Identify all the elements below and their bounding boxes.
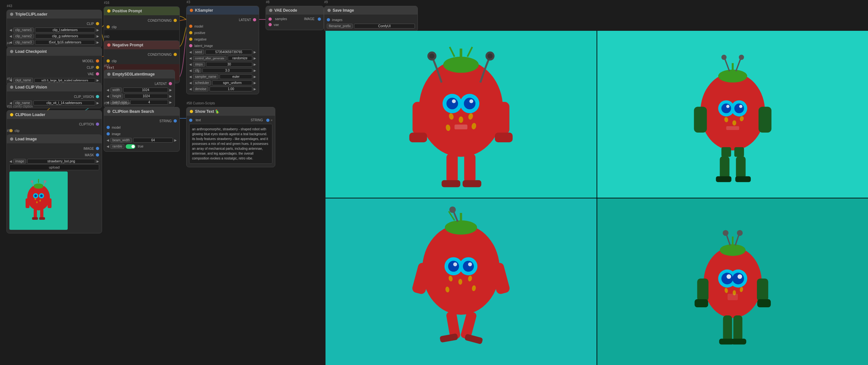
field-value-clip2[interactable]: clip_g.safetensors [35, 34, 95, 38]
arrow-left-width[interactable]: ◀ [106, 88, 109, 92]
port-clip-input-neg[interactable] [106, 59, 110, 62]
port-label-latent-out-k: LATENT [239, 18, 251, 22]
field-value-image[interactable]: strawberry_bot.png [27, 159, 95, 164]
field-value-scheduler[interactable]: sgm_uniform [212, 80, 252, 85]
port-clip-output[interactable] [96, 22, 99, 25]
port-label-image-out-vae: IMAGE [304, 17, 314, 21]
port-clip-output2[interactable] [96, 66, 99, 69]
arrow-sampler[interactable]: ◀ [189, 75, 192, 79]
arrow-left-clip1[interactable]: ◀ [9, 28, 12, 32]
arrow-denoise[interactable]: ◀ [189, 87, 192, 91]
field-value-steps[interactable]: 30 [206, 62, 252, 67]
arrow-sampler-r[interactable]: ▶ [254, 75, 256, 79]
arrow-cfg[interactable]: ◀ [189, 69, 192, 72]
port-text-input-show[interactable] [189, 119, 192, 122]
port-latent-output[interactable] [169, 82, 172, 85]
svg-point-58 [734, 104, 744, 113]
port-image-output[interactable] [96, 147, 99, 150]
arrow-right-ckpt[interactable]: ▶ [96, 79, 99, 82]
arrow-seed[interactable]: ◀ [189, 50, 192, 54]
arrow-left-clip2[interactable]: ◀ [9, 34, 12, 38]
arrow-right-beam[interactable]: ▶ [174, 138, 177, 142]
port-label-vae-in: vae [274, 23, 279, 27]
port-model-input-beam[interactable] [106, 126, 110, 129]
node-header-negative: Negative Prompt [104, 41, 180, 49]
node-body-show-text: text STRING ≡ an anthropomorphic, strawb… [187, 116, 275, 167]
arrow-right-clip3[interactable]: ▶ [96, 40, 99, 44]
arrow-right-clip-vit[interactable]: ▶ [96, 101, 99, 105]
arrow-cfg-r[interactable]: ▶ [254, 69, 256, 72]
field-value-batch[interactable]: 4 [130, 100, 168, 105]
toggle-ramble[interactable] [126, 144, 135, 149]
port-latent-input[interactable] [189, 44, 192, 47]
image-cell-3 [326, 198, 597, 365]
field-value-seed[interactable]: 573540659739765 [205, 50, 252, 54]
field-value-width[interactable]: 1024 [123, 87, 168, 92]
arrow-left-clip-vit[interactable]: ◀ [9, 101, 12, 105]
port-latent-input-vae[interactable] [269, 18, 272, 21]
port-negative-input[interactable] [189, 37, 192, 41]
upload-button[interactable]: upload [9, 164, 99, 170]
arrow-steps-r[interactable]: ▶ [254, 62, 256, 66]
arrow-left-beam[interactable]: ◀ [106, 138, 109, 142]
arrow-scheduler[interactable]: ◀ [189, 81, 192, 85]
field-value-sampler[interactable]: euler [220, 74, 252, 79]
field-label-steps: steps [193, 62, 205, 67]
port-mask-output[interactable] [96, 153, 99, 157]
port-images-input[interactable] [327, 18, 330, 21]
port-vae-output[interactable] [96, 72, 99, 76]
port-image-output-vae[interactable] [318, 18, 321, 21]
port-model-output[interactable] [96, 59, 99, 62]
field-value-control[interactable]: randomize [228, 56, 252, 61]
field-value-denoise[interactable]: 1.00 [210, 87, 252, 91]
svg-point-41 [488, 54, 493, 59]
field-value-height[interactable]: 1024 [124, 94, 168, 99]
svg-point-85 [463, 261, 474, 272]
arrow-left-ramble[interactable]: ◀ [106, 145, 109, 148]
arrow-denoise-r[interactable]: ▶ [254, 87, 256, 91]
port-string-output-show[interactable] [266, 119, 270, 122]
arrow-left-height[interactable]: ◀ [106, 94, 109, 98]
field-value-clip3[interactable]: t5xxl_fp16.safetensors [35, 40, 95, 45]
arrow-steps[interactable]: ◀ [189, 62, 192, 66]
arrow-right-clip1[interactable]: ▶ [96, 28, 99, 32]
svg-rect-46 [446, 153, 458, 183]
node-body-vae: samples IMAGE vae [266, 15, 323, 30]
port-clip-vision-output[interactable] [96, 95, 99, 98]
port-label-string-out-show: STRING [251, 118, 263, 122]
svg-rect-49 [463, 180, 481, 187]
field-value-filename[interactable]: ComfyUI [354, 24, 415, 29]
field-value-clip-vit[interactable]: clip_vit_l_14.safetensors [33, 101, 95, 105]
node-title-triple-clip: TripleCLIPLoader [15, 12, 47, 17]
arrow-scheduler-r[interactable]: ▶ [254, 81, 256, 85]
arrow-seed-r[interactable]: ▶ [254, 50, 256, 54]
image-svg-1 [326, 31, 597, 198]
port-clip-input-pos[interactable] [106, 25, 110, 29]
port-vae-input[interactable] [269, 23, 272, 26]
svg-point-59 [726, 105, 730, 108]
node-body-triple-clip: CLIP ◀ clip_name1 clip_l.safetensors ▶ ◀… [7, 19, 102, 47]
arrow-right-batch[interactable]: ▶ [169, 101, 172, 104]
arrow-control-r[interactable]: ▶ [254, 56, 256, 60]
port-conditioning-output-neg[interactable] [174, 53, 177, 56]
port-image-input-beam[interactable] [106, 132, 110, 136]
port-label-clip-vision-out: CLIP_VISION [74, 95, 94, 99]
arrow-right-clip2[interactable]: ▶ [96, 34, 99, 38]
field-value-cfg[interactable]: 3.0 [203, 68, 252, 73]
svg-rect-45 [495, 133, 513, 142]
port-cliption-output[interactable] [96, 122, 99, 126]
port-positive-input[interactable] [189, 31, 192, 34]
arrow-right-image[interactable]: ▶ [96, 160, 99, 163]
arrow-left-image[interactable]: ◀ [9, 160, 12, 163]
arrow-right-width[interactable]: ▶ [169, 88, 172, 92]
field-value-beam-width[interactable]: 64 [133, 138, 173, 143]
port-latent-output-k[interactable] [253, 18, 256, 21]
port-model-input-k[interactable] [189, 25, 192, 28]
port-string-output[interactable] [174, 119, 177, 122]
arrow-control[interactable]: ◀ [189, 56, 192, 60]
port-conditioning-output-pos[interactable] [174, 19, 177, 22]
arrow-right-height[interactable]: ▶ [169, 94, 172, 98]
node-title-cliption-loader: CLIPtion Loader [15, 112, 45, 117]
field-value-clip1[interactable]: clip_l.safetensors [35, 28, 95, 32]
field-value-ckpt[interactable]: sd3.5_large_fp8_scaled.safetensors [34, 78, 95, 83]
